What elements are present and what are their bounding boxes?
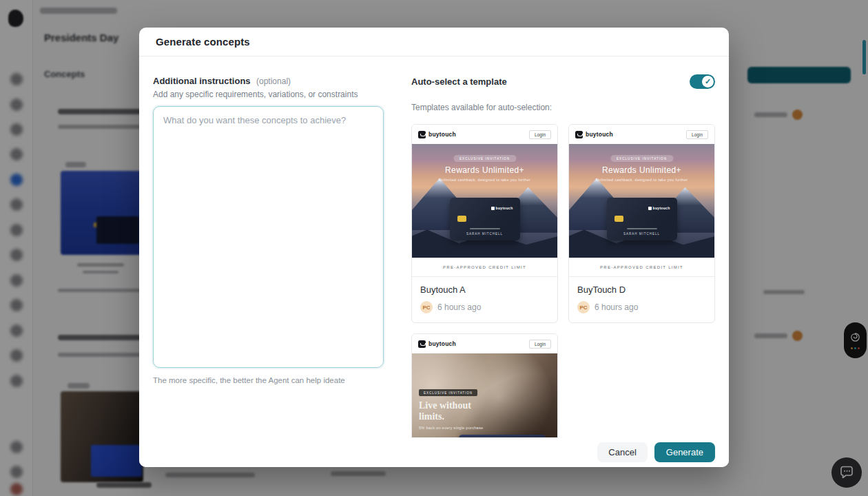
template-name: BuyTouch D: [577, 285, 706, 295]
preview-brand-name: buytouch: [428, 340, 456, 347]
preview-footnote: PRE-APPROVED CREDIT LIMIT: [600, 265, 683, 269]
instructions-section: Additional instructions (optional) Add a…: [153, 74, 384, 437]
buytouch-logo-icon: [575, 131, 583, 138]
preview-footnote-row: PRE-APPROVED CREDIT LIMIT: [569, 258, 714, 276]
preview-navbar: buytouch Login: [412, 125, 557, 144]
template-grid: buytouch Login EXCLUSIVE INVITATION Rewa…: [411, 124, 715, 437]
preview-footnote: PRE-APPROVED CREDIT LIMIT: [443, 265, 526, 269]
card-brand-name: buytouch: [496, 206, 513, 210]
preview-hero: EXCLUSIVE INVITATION Rewards Unlimited+ …: [569, 144, 714, 258]
template-byline: PC 6 hours ago: [577, 301, 706, 313]
template-byline: PC 6 hours ago: [420, 301, 549, 313]
buytouch-logo-icon: [418, 340, 426, 348]
optional-hint: (optional): [256, 76, 291, 86]
preview-headline: Live without limits.: [419, 400, 485, 422]
avatar: PC: [420, 301, 433, 313]
credit-card-graphic: buytouch: [459, 435, 546, 437]
template-card-buytouch-a[interactable]: buytouch Login EXCLUSIVE INVITATION Rewa…: [411, 124, 558, 323]
card-text-bar: [627, 228, 657, 229]
modal-body: Additional instructions (optional) Add a…: [139, 56, 729, 437]
modal-title: Generate concepts: [156, 36, 250, 48]
template-card-partial[interactable]: buytouch Login EXCLUSIVE INVITATION Live…: [411, 333, 558, 437]
preview-brand: buytouch: [418, 131, 456, 138]
preview-footnote-row: PRE-APPROVED CREDIT LIMIT: [412, 258, 557, 276]
card-holder-name: SARAH MITCHELL: [450, 232, 520, 236]
preview-badge: EXCLUSIVE INVITATION: [453, 155, 516, 162]
preview-login-button: Login: [529, 340, 551, 349]
auto-select-label: Auto-select a template: [411, 76, 507, 87]
cancel-button[interactable]: Cancel: [597, 442, 647, 462]
template-meta: Buytouch A PC 6 hours ago: [412, 276, 557, 322]
templates-caption: Templates available for auto-selection:: [411, 103, 715, 112]
preview-subheadline: 5% back on every single purchase: [419, 426, 483, 430]
preview-login-button: Login: [529, 130, 551, 139]
card-brand: buytouch: [648, 206, 670, 210]
card-chip-icon: [457, 216, 466, 222]
instructions-sublabel: Add any specific requirements, variation…: [153, 90, 384, 99]
preview-hero: EXCLUSIVE INVITATION Rewards Unlimited+ …: [412, 144, 557, 258]
preview-login-button: Login: [686, 130, 708, 139]
preview-subheadline: Unlimited cashback, designed to take you…: [412, 178, 557, 182]
card-text-bar: [470, 228, 500, 229]
credit-card-graphic: buytouch SARAH MITCHELL: [607, 198, 677, 240]
generate-button[interactable]: Generate: [654, 442, 715, 462]
avatar: PC: [577, 301, 590, 313]
preview-hero: EXCLUSIVE INVITATION Live without limits…: [412, 353, 557, 437]
template-updated: 6 hours ago: [595, 302, 638, 312]
preview-subheadline: Unlimited cashback, designed to take you…: [569, 178, 714, 182]
instructions-helper: The more specific, the better the Agent …: [153, 376, 384, 384]
auto-select-row: Auto-select a template ✓: [411, 74, 715, 89]
modal-footer: Cancel Generate: [139, 437, 729, 467]
template-card-buytouch-d[interactable]: buytouch Login EXCLUSIVE INVITATION Rewa…: [568, 124, 715, 323]
template-section: Auto-select a template ✓ Templates avail…: [411, 74, 715, 437]
instructions-label-row: Additional instructions (optional): [153, 74, 384, 87]
card-chip-icon: [614, 216, 623, 222]
instructions-label: Additional instructions: [153, 76, 251, 86]
card-brand: buytouch: [491, 206, 513, 210]
template-name: Buytouch A: [420, 285, 549, 295]
toggle-knob: ✓: [702, 76, 714, 87]
modal-header: Generate concepts: [139, 28, 729, 56]
preview-brand: buytouch: [418, 340, 456, 348]
credit-card-graphic: buytouch SARAH MITCHELL: [450, 198, 520, 240]
template-updated: 6 hours ago: [437, 302, 481, 312]
preview-headline: Rewards Unlimited+: [569, 165, 714, 175]
buytouch-logo-icon: [418, 131, 426, 138]
card-holder-name: SARAH MITCHELL: [607, 232, 677, 236]
generate-concepts-modal: Generate concepts Additional instruction…: [139, 28, 729, 467]
preview-navbar: buytouch Login: [412, 334, 557, 353]
preview-brand-name: buytouch: [428, 131, 456, 138]
preview-badge: EXCLUSIVE INVITATION: [610, 155, 673, 162]
template-meta: BuyTouch D PC 6 hours ago: [569, 276, 714, 322]
check-icon: ✓: [705, 77, 711, 86]
preview-brand-name: buytouch: [586, 131, 613, 138]
card-brand-name: buytouch: [653, 206, 670, 210]
preview-brand: buytouch: [575, 131, 613, 138]
preview-navbar: buytouch Login: [569, 125, 714, 144]
instructions-textarea[interactable]: [153, 106, 384, 368]
preview-headline: Rewards Unlimited+: [412, 165, 557, 175]
auto-select-toggle[interactable]: ✓: [690, 74, 715, 89]
preview-badge: EXCLUSIVE INVITATION: [419, 389, 477, 396]
